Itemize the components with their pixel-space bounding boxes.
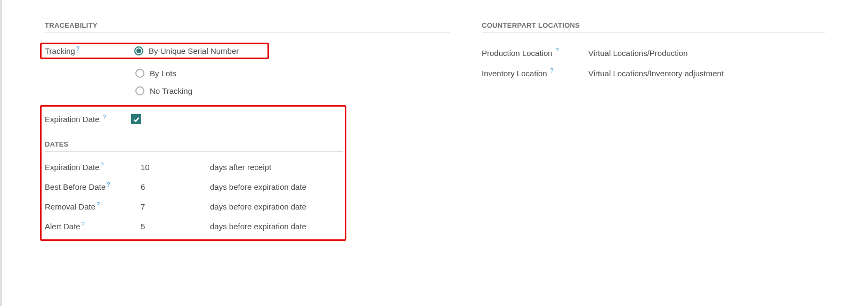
expiration-row-suffix: days after receipt	[210, 163, 342, 172]
radio-label-none: No Tracking	[150, 86, 192, 95]
expiration-date-label: Expiration Date	[45, 115, 100, 124]
help-icon[interactable]: ?	[82, 221, 85, 227]
expiration-row-value[interactable]: 10	[141, 163, 210, 172]
help-icon[interactable]: ?	[107, 181, 110, 188]
tracking-radio-lots[interactable]: By Lots	[135, 65, 450, 82]
tracking-radio-none[interactable]: No Tracking	[135, 82, 450, 100]
removal-row-suffix: days before expiration date	[210, 202, 342, 211]
removal-row-value[interactable]: 7	[141, 202, 210, 211]
radio-label-lots: By Lots	[150, 69, 176, 78]
help-icon[interactable]: ?	[76, 45, 79, 52]
inventory-location-value[interactable]: Virtual Locations/Inventory adjustment	[588, 69, 825, 78]
tracking-highlight: Tracking ? By Unique Serial Number	[40, 43, 269, 59]
traceability-header: Traceability	[45, 21, 450, 33]
inventory-location-row: Inventory Location ? Virtual Locations/I…	[482, 63, 825, 83]
dates-row-alert: Alert Date ? 5 days before expiration da…	[45, 216, 342, 236]
dates-header: Dates	[45, 140, 343, 152]
best-before-row-value[interactable]: 6	[141, 182, 210, 191]
dates-row-expiration: Expiration Date ? 10 days after receipt	[45, 157, 342, 177]
alert-row-value[interactable]: 5	[141, 222, 210, 231]
help-icon[interactable]: ?	[556, 47, 559, 53]
best-before-row-label: Best Before Date	[45, 182, 106, 191]
dates-highlight: Expiration Date ? Dates Expiration Date …	[40, 105, 346, 241]
help-icon[interactable]: ?	[550, 67, 554, 74]
removal-row-label: Removal Date	[45, 202, 95, 211]
alert-row-label: Alert Date	[45, 222, 80, 231]
radio-label-serial: By Unique Serial Number	[149, 46, 239, 55]
counterpart-header: Counterpart Locations	[482, 21, 825, 33]
alert-row-suffix: days before expiration date	[210, 222, 342, 231]
expiration-row-label: Expiration Date	[45, 163, 100, 172]
inventory-location-label: Inventory Location	[482, 69, 547, 78]
expiration-date-checkbox[interactable]	[131, 114, 141, 124]
checkmark-icon	[133, 116, 140, 123]
dates-row-best-before: Best Before Date ? 6 days before expirat…	[45, 177, 342, 197]
production-location-label: Production Location	[482, 49, 553, 58]
help-icon[interactable]: ?	[101, 162, 104, 168]
radio-icon	[135, 86, 144, 95]
production-location-value[interactable]: Virtual Locations/Production	[588, 49, 825, 58]
radio-icon	[135, 69, 144, 78]
tracking-label: Tracking	[45, 46, 75, 55]
tracking-radio-serial[interactable]: By Unique Serial Number	[134, 46, 239, 55]
dates-row-removal: Removal Date ? 7 days before expiration …	[45, 197, 342, 216]
best-before-row-suffix: days before expiration date	[210, 182, 342, 191]
help-icon[interactable]: ?	[96, 201, 100, 207]
help-icon[interactable]: ?	[103, 114, 106, 120]
radio-icon	[134, 46, 143, 55]
production-location-row: Production Location ? Virtual Locations/…	[482, 43, 825, 63]
